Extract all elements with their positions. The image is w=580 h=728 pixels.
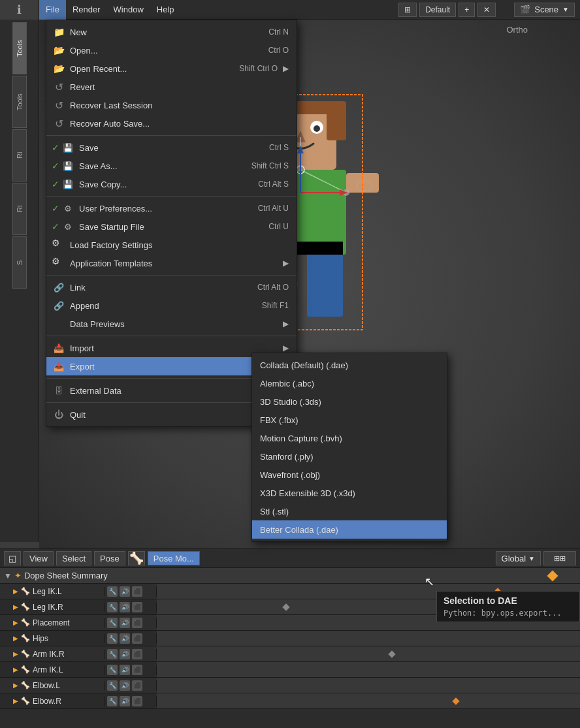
visibility-icon[interactable]: ⬛ xyxy=(132,633,142,644)
speaker-icon[interactable]: 🔊 xyxy=(120,633,130,644)
menu-item-load-factory[interactable]: ⚙ Load Factory Settings xyxy=(46,236,297,254)
menu-item-save-startup[interactable]: ✓ ⚙ Save Startup File Ctrl U xyxy=(46,217,297,236)
wrench-icon[interactable]: 🔧 xyxy=(107,665,118,675)
menu-file[interactable]: File xyxy=(39,0,66,20)
menu-help[interactable]: Help xyxy=(150,0,181,20)
row-arrow: ▶ xyxy=(13,650,18,657)
save-startup-check: ✓ xyxy=(52,221,59,232)
speaker-icon[interactable]: 🔊 xyxy=(120,618,130,628)
viewport-mode-icon[interactable]: ◱ xyxy=(4,551,21,565)
speaker-icon[interactable]: 🔊 xyxy=(120,602,130,612)
menu-item-append[interactable]: 🔗 Append Shift F1 xyxy=(46,296,297,315)
chevron-down-icon: ▼ xyxy=(562,6,569,13)
row-name: Arm IK.R xyxy=(33,650,65,659)
menu-item-revert[interactable]: ↺ Revert xyxy=(46,78,297,96)
visibility-icon[interactable]: ⬛ xyxy=(132,602,142,612)
wrench-icon[interactable]: 🔧 xyxy=(107,633,118,644)
menu-item-save-copy[interactable]: ✓ 💾 Save Copy... Ctrl Alt S xyxy=(46,175,297,193)
revert-icon: ↺ xyxy=(52,80,66,94)
menu-item-open[interactable]: 📂 Open... Ctrl O xyxy=(46,41,297,59)
menu-item-data-previews[interactable]: Data Previews ▶ xyxy=(46,315,297,333)
wrench-icon[interactable]: 🔧 xyxy=(107,649,118,659)
viewport-view-tab[interactable]: View xyxy=(24,551,54,565)
visibility-icon[interactable]: ⬛ xyxy=(132,665,142,675)
save-as-shortcut: Shift Ctrl S xyxy=(251,161,289,170)
wrench-icon[interactable]: 🔧 xyxy=(107,696,118,706)
export-wavefront[interactable]: Wavefront (.obj) xyxy=(252,466,447,484)
row-icon: 🦴 xyxy=(21,618,30,627)
menu-render[interactable]: Render xyxy=(66,0,107,20)
save-check: ✓ xyxy=(52,142,59,153)
menu-item-recover-auto[interactable]: ↺ Recover Auto Save... xyxy=(46,114,297,133)
sidebar-tab-tools2[interactable]: Tools xyxy=(12,76,27,128)
layout-name[interactable]: Default xyxy=(419,3,456,17)
speaker-icon[interactable]: 🔊 xyxy=(120,649,130,659)
keyframe-diamond[interactable] xyxy=(452,697,459,704)
table-row: ▶ 🦴 Hips 🔧 🔊 ⬛ xyxy=(0,631,580,646)
visibility-icon[interactable]: ⬛ xyxy=(132,680,142,691)
viewport-select-tab[interactable]: Select xyxy=(56,551,91,565)
layout-grid-btn[interactable]: ⊞ xyxy=(398,3,417,17)
row-icon: 🦴 xyxy=(21,587,30,595)
sidebar-tab-ri2[interactable]: Ri xyxy=(12,183,27,235)
save-copy-shortcut: Ctrl Alt S xyxy=(258,180,289,189)
visibility-icon[interactable]: ⬛ xyxy=(132,696,142,706)
sidebar-tab-ri[interactable]: Ri xyxy=(12,129,27,182)
speaker-icon[interactable]: 🔊 xyxy=(120,696,130,706)
menu-item-open-recent[interactable]: 📂 Open Recent... Shift Ctrl O ▶ xyxy=(46,59,297,78)
wrench-icon[interactable]: 🔧 xyxy=(107,602,118,612)
export-collada-default[interactable]: Collada (Default) (.dae) xyxy=(252,356,447,374)
wrench-icon[interactable]: 🔧 xyxy=(107,586,118,597)
wrench-icon[interactable]: 🔧 xyxy=(107,680,118,691)
open-recent-arrow: ▶ xyxy=(283,64,289,73)
export-x3d[interactable]: X3D Extensible 3D (.x3d) xyxy=(252,484,447,502)
menu-item-save-as[interactable]: ✓ 💾 Save As... Shift Ctrl S xyxy=(46,157,297,175)
export-better-collada[interactable]: Better Collada (.dae) xyxy=(252,520,447,539)
visibility-icon[interactable]: ⬛ xyxy=(132,618,142,628)
export-alembic[interactable]: Alembic (.abc) xyxy=(252,374,447,392)
svg-point-6 xyxy=(314,125,320,132)
viewport-mode-selector[interactable]: Pose Mo... xyxy=(148,551,200,565)
sidebar-tab-s[interactable]: S xyxy=(12,236,27,289)
info-icon: ℹ xyxy=(17,3,22,17)
new-shortcut: Ctrl N xyxy=(268,27,289,37)
menu-window[interactable]: Window xyxy=(107,0,150,20)
export-fbx[interactable]: FBX (.fbx) xyxy=(252,411,447,429)
visibility-icon[interactable]: ⬛ xyxy=(132,586,142,597)
layout-close-btn[interactable]: ✕ xyxy=(477,3,496,17)
visibility-icon[interactable]: ⬛ xyxy=(132,649,142,659)
viewport-pose-tab[interactable]: Pose xyxy=(94,551,125,565)
render-mode-btn[interactable]: ⊞⊞ xyxy=(543,551,576,565)
wrench-icon[interactable]: 🔧 xyxy=(107,618,118,628)
menu-item-user-prefs[interactable]: ✓ ⚙ User Preferences... Ctrl Alt U xyxy=(46,199,297,217)
export-motion-capture[interactable]: Motion Capture (.bvh) xyxy=(252,429,447,447)
dope-row-controls: 🔧 🔊 ⬛ xyxy=(105,680,157,691)
save-icon: 💾 xyxy=(61,140,75,155)
keyframe-diamond[interactable] xyxy=(389,650,396,657)
recover-auto-icon: ↺ xyxy=(52,116,66,131)
menu-item-app-templates[interactable]: ⚙ Application Templates ▶ xyxy=(46,254,297,272)
keyframe-diamond[interactable] xyxy=(283,603,290,610)
export-stanford[interactable]: Stanford (.ply) xyxy=(252,447,447,466)
speaker-icon[interactable]: 🔊 xyxy=(120,680,130,691)
global-selector[interactable]: Global ▼ xyxy=(496,551,541,565)
speaker-icon[interactable]: 🔊 xyxy=(120,665,130,675)
separator-3 xyxy=(46,275,297,276)
menu-item-recover-last[interactable]: ↺ Recover Last Session xyxy=(46,96,297,114)
scene-selector[interactable]: 🎬 Scene ▼ xyxy=(514,3,575,17)
sidebar-tab-tools[interactable]: Tools xyxy=(12,22,27,74)
export-stl[interactable]: Stl (.stl) xyxy=(252,502,447,520)
open-recent-label: Open Recent... xyxy=(70,64,234,74)
top-bar-right: ⊞ Default + ✕ 🎬 Scene ▼ xyxy=(398,3,580,17)
layout-add-btn[interactable]: + xyxy=(459,3,475,17)
link-label: Link xyxy=(70,283,252,293)
menu-item-link[interactable]: 🔗 Link Ctrl Alt O xyxy=(46,278,297,296)
table-row: ▶ 🦴 Arm IK.L 🔧 🔊 ⬛ xyxy=(0,662,580,678)
export-3d-studio[interactable]: 3D Studio (.3ds) xyxy=(252,392,447,411)
app-templates-icon: ⚙ xyxy=(52,256,66,270)
menu-item-new[interactable]: 📁 New Ctrl N xyxy=(46,23,297,41)
menu-item-save[interactable]: ✓ 💾 Save Ctrl S xyxy=(46,138,297,157)
speaker-icon[interactable]: 🔊 xyxy=(120,586,130,597)
row-name: Leg IK.L xyxy=(33,587,62,596)
dope-row-label: ▶ 🦴 Elbow.R xyxy=(0,697,105,706)
